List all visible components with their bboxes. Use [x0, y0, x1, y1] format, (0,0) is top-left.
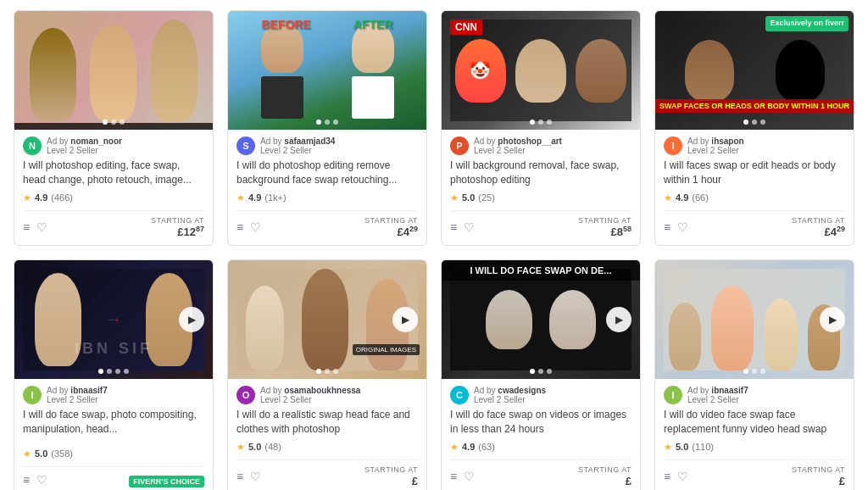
list-icon[interactable]: ≡	[23, 220, 30, 234]
seller-info: CAd by cwadesignsLevel 2 Seller	[450, 386, 632, 404]
before-label: BEFORE	[261, 18, 310, 31]
gig-card-card2[interactable]: BEFOREAFTERSAd by safaamjad34Level 2 Sel…	[227, 10, 427, 246]
gig-card-card8[interactable]: ▶IAd by ibnaasif7Level 2 SellerI will do…	[654, 259, 854, 490]
rating-number: 5.0	[248, 442, 261, 452]
star-icon: ★	[236, 192, 245, 203]
card-title: I will do a realistic swap head face and…	[236, 408, 418, 437]
pricing: STARTING AT£1287	[151, 216, 204, 238]
gig-card-card3[interactable]: 🤡 CNNPAd by photoshop__artLevel 2 Seller…	[441, 10, 641, 246]
starting-at-label: STARTING AT	[792, 216, 845, 225]
gig-card-card4[interactable]: Exclusively on fiverrSwap Faces or heads…	[654, 10, 854, 246]
pricing: STARTING AT£	[364, 465, 418, 487]
dot-1[interactable]	[111, 120, 116, 125]
list-icon[interactable]: ≡	[664, 470, 670, 483]
card-actions: ≡♡	[236, 470, 261, 483]
card-title: I will photoshop editing, face swap, hea…	[23, 159, 204, 187]
review-count: (358)	[51, 448, 73, 459]
review-count: (1k+)	[264, 192, 286, 203]
gig-card-card7[interactable]: I WILL DO FACE SWAP ON DE...▶CAd by cwad…	[441, 259, 641, 490]
heart-icon[interactable]: ♡	[250, 220, 261, 234]
play-button[interactable]: ▶	[179, 307, 204, 332]
gig-card-card5[interactable]: → IBN SIF▶IAd by ibnaasif7Level 2 Seller…	[14, 259, 214, 490]
rating-number: 5.0	[35, 448, 47, 459]
seller-info: OAd by osamaboukhnessaLevel 2 Seller	[236, 386, 418, 404]
review-count: (66)	[692, 192, 709, 203]
dot-2[interactable]	[760, 120, 765, 125]
card-footer: ≡♡STARTING AT£	[664, 459, 845, 487]
dot-0[interactable]	[743, 369, 748, 374]
dot-0[interactable]	[530, 369, 535, 374]
gig-card-card1[interactable]: NAd by noman_noorLevel 2 SellerI will ph…	[14, 10, 214, 246]
rating-row: ★5.0(25)	[450, 192, 632, 203]
list-icon[interactable]: ≡	[23, 473, 30, 487]
card-body-card1: NAd by noman_noorLevel 2 SellerI will ph…	[14, 130, 213, 245]
card-footer: ≡♡STARTING AT£	[236, 459, 418, 487]
card-footer: ≡♡STARTING AT£1287	[23, 210, 204, 238]
dot-1[interactable]	[752, 120, 757, 125]
heart-icon[interactable]: ♡	[36, 473, 47, 487]
card-image-card7: I WILL DO FACE SWAP ON DE...▶	[442, 260, 640, 379]
rating-number: 4.9	[676, 192, 688, 203]
dot-1[interactable]	[752, 369, 757, 374]
dot-2[interactable]	[547, 369, 552, 374]
dot-2[interactable]	[333, 369, 338, 374]
starting-at-label: STARTING AT	[578, 465, 632, 474]
dot-3[interactable]	[124, 369, 129, 374]
dot-1[interactable]	[325, 369, 330, 374]
heart-icon[interactable]: ♡	[464, 470, 475, 483]
card-body-card7: CAd by cwadesignsLevel 2 SellerI will do…	[442, 379, 640, 490]
dot-0[interactable]	[98, 369, 103, 374]
dot-0[interactable]	[316, 369, 321, 374]
ad-by-label: Ad by osamaboukhnessa	[260, 386, 360, 395]
review-count: (63)	[478, 442, 495, 452]
ad-by-label: Ad by ihsapon	[687, 136, 744, 146]
card-image-card2: BEFOREAFTER	[228, 11, 426, 130]
list-icon[interactable]: ≡	[450, 220, 457, 234]
list-icon[interactable]: ≡	[450, 470, 457, 483]
list-icon[interactable]: ≡	[664, 220, 670, 234]
pricing: FIVERR'S CHOICE	[129, 472, 204, 487]
after-label: AFTER	[353, 18, 393, 31]
dot-2[interactable]	[547, 120, 552, 125]
dot-1[interactable]	[107, 369, 112, 374]
seller-name-block: Ad by noman_noorLevel 2 Seller	[47, 136, 122, 155]
pricing: STARTING AT£429	[792, 216, 845, 238]
avatar: S	[236, 136, 255, 155]
play-button[interactable]: ▶	[820, 307, 845, 332]
play-button[interactable]: ▶	[606, 307, 632, 332]
dot-0[interactable]	[316, 120, 321, 125]
seller-name-block: Ad by ibnaasif7Level 2 Seller	[687, 386, 748, 404]
star-icon: ★	[664, 442, 672, 453]
seller-name-block: Ad by cwadesignsLevel 2 Seller	[474, 386, 546, 404]
heart-icon[interactable]: ♡	[677, 470, 688, 483]
dot-2[interactable]	[115, 369, 120, 374]
dot-1[interactable]	[538, 369, 543, 374]
gig-card-card6[interactable]: ORIGINAL IMAGES▶OAd by osamaboukhnessaLe…	[227, 259, 427, 490]
list-icon[interactable]: ≡	[236, 220, 243, 234]
play-button[interactable]: ▶	[392, 307, 418, 332]
dot-0[interactable]	[530, 120, 535, 125]
list-icon[interactable]: ≡	[236, 470, 243, 483]
dot-1[interactable]	[538, 120, 543, 125]
price-value: £429	[364, 225, 418, 238]
dot-0[interactable]	[743, 120, 748, 125]
image-dots	[743, 369, 765, 374]
heart-icon[interactable]: ♡	[36, 220, 47, 234]
card-image-card4: Exclusively on fiverrSwap Faces or heads…	[655, 11, 854, 130]
seller-level: Level 2 Seller	[687, 395, 748, 404]
dot-2[interactable]	[120, 120, 125, 125]
dot-0[interactable]	[103, 120, 108, 125]
dot-1[interactable]	[325, 120, 330, 125]
face-swap-text-overlay: I WILL DO FACE SWAP ON DE...	[442, 260, 640, 281]
heart-icon[interactable]: ♡	[464, 220, 475, 234]
heart-icon[interactable]: ♡	[250, 470, 261, 483]
rating-number: 4.9	[35, 192, 47, 203]
heart-icon[interactable]: ♡	[677, 220, 688, 234]
pricing: STARTING AT£858	[578, 216, 632, 238]
image-dots	[530, 120, 552, 125]
dot-2[interactable]	[760, 369, 765, 374]
dot-2[interactable]	[333, 120, 338, 125]
avatar: O	[236, 386, 255, 404]
watermark-text: IBN SIF	[75, 340, 153, 358]
image-dots	[316, 369, 338, 374]
